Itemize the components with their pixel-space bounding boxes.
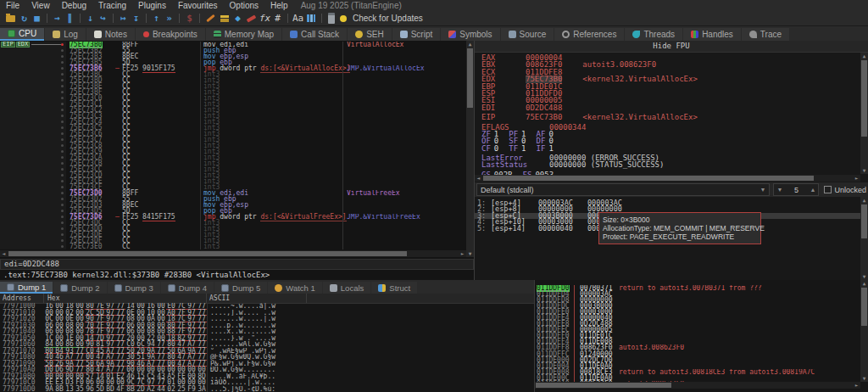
restart-icon[interactable]: ↻ <box>18 12 31 25</box>
run-icon[interactable]: → <box>51 12 64 25</box>
scroll-right-arrow-icon[interactable]: ► <box>459 250 466 257</box>
row-dot-icon[interactable] <box>61 115 64 117</box>
menu-file[interactable]: File <box>0 1 25 10</box>
update-bulb-icon[interactable] <box>340 15 347 22</box>
chevron-down-icon[interactable]: ▼ <box>776 187 782 193</box>
scroll-right-arrow-icon[interactable]: ► <box>853 382 860 389</box>
row-dot-icon[interactable] <box>61 210 64 212</box>
scroll-left-arrow-icon[interactable]: ◄ <box>475 175 482 182</box>
scroll-left-arrow-icon[interactable]: ◄ <box>0 250 8 257</box>
row-dot-icon[interactable] <box>61 192 64 194</box>
shortcuts-hash-icon[interactable]: # <box>271 12 284 25</box>
menu-help[interactable]: Help <box>264 1 294 10</box>
disasm-address[interactable]: 75EC73E0 <box>66 244 115 249</box>
row-dot-icon[interactable] <box>61 233 64 236</box>
preferences-fx-icon[interactable]: fx <box>259 12 271 25</box>
skip-next-icon[interactable]: » <box>163 12 175 25</box>
registers-vertical-scrollbar[interactable]: ▲ ▼ <box>860 53 868 174</box>
row-dot-icon[interactable] <box>61 97 64 99</box>
comments-icon[interactable] <box>220 15 229 22</box>
hide-fpu-button[interactable]: Hide FPU <box>475 41 868 53</box>
scroll-up-arrow-icon[interactable]: ▲ <box>860 280 868 287</box>
tab-call-stack[interactable]: Call Stack <box>282 28 347 41</box>
scroll-thumb[interactable] <box>467 48 473 108</box>
tab-breakpoints[interactable]: Breakpoints <box>136 28 205 41</box>
execute-till-return-icon[interactable]: ↦ <box>117 12 130 25</box>
row-dot-icon[interactable] <box>61 67 64 70</box>
menu-view[interactable]: View <box>25 1 56 10</box>
tab-seh[interactable]: SEH <box>348 28 392 41</box>
scroll-right-arrow-icon[interactable]: ► <box>853 175 860 182</box>
disasm-horizontal-scrollbar[interactable]: ◄ ► <box>0 250 466 257</box>
scroll-thumb[interactable] <box>861 204 867 238</box>
labels-icon[interactable]: ◆ <box>231 12 244 25</box>
tab-dump-1[interactable]: Dump 1 <box>0 282 53 294</box>
row-dot-icon[interactable] <box>61 79 64 81</box>
row-dot-icon[interactable] <box>61 144 64 147</box>
tab-dump-5[interactable]: Dump 5 <box>214 282 267 294</box>
menu-debug[interactable]: Debug <box>56 1 92 10</box>
step-into-icon[interactable]: ↓ <box>84 12 97 25</box>
scroll-thumb[interactable] <box>861 288 867 326</box>
scroll-thumb[interactable] <box>483 176 814 181</box>
tab-cpu[interactable]: CPU <box>0 28 44 41</box>
flags-row[interactable]: CF0TF1IF1 <box>481 145 860 152</box>
row-dot-icon[interactable] <box>61 204 64 206</box>
argument-row[interactable]: 1:[esp+4]000003AC000003AC <box>475 200 860 206</box>
tab-symbols[interactable]: Symbols <box>441 28 499 41</box>
row-dot-icon[interactable] <box>61 49 64 52</box>
disasm-vertical-scrollbar[interactable]: ▲ ▼ <box>466 41 474 257</box>
row-dot-icon[interactable] <box>61 61 64 64</box>
tab-script[interactable]: Script <box>392 28 441 41</box>
scroll-down-arrow-icon[interactable]: ▼ <box>466 250 474 257</box>
row-dot-icon[interactable] <box>61 138 64 141</box>
tab-dump-3[interactable]: Dump 3 <box>108 282 160 294</box>
menu-options[interactable]: Options <box>224 1 264 10</box>
calling-convention-select[interactable]: Default (stdcall) ▼ <box>476 183 770 196</box>
tab-trace[interactable]: Trace <box>742 28 789 41</box>
row-dot-icon[interactable] <box>61 126 64 129</box>
pause-icon[interactable]: ∥ <box>64 12 76 25</box>
tab-dump-4[interactable]: Dump 4 <box>161 282 214 294</box>
tab-threads[interactable]: Threads <box>625 28 682 41</box>
checkbox-box[interactable] <box>824 186 832 193</box>
menu-plugins[interactable]: Plugins <box>132 1 172 10</box>
tab-watch-1[interactable]: Watch 1 <box>268 282 322 294</box>
row-dot-icon[interactable] <box>61 73 64 76</box>
close-icon[interactable]: ■ <box>31 12 43 25</box>
row-dot-icon[interactable] <box>61 168 64 171</box>
status-register-row[interactable]: LastError00000000 (ERROR_SUCCESS) <box>481 154 860 161</box>
menu-tracing[interactable]: Tracing <box>92 1 132 10</box>
breakpoint-dot-icon[interactable] <box>61 43 64 46</box>
row-dot-icon[interactable] <box>61 198 64 200</box>
scroll-thumb[interactable] <box>536 383 671 388</box>
scroll-thumb[interactable] <box>861 60 867 137</box>
row-dot-icon[interactable] <box>61 55 64 58</box>
eraser-icon[interactable] <box>247 14 257 22</box>
row-dot-icon[interactable] <box>61 186 64 188</box>
scroll-down-arrow-icon[interactable]: ▼ <box>860 375 868 382</box>
appearance-font-icon[interactable]: Aa <box>292 12 304 25</box>
tab-memory-map[interactable]: Memory Map <box>206 28 281 41</box>
row-dot-icon[interactable] <box>61 180 64 182</box>
graph-icon[interactable] <box>307 14 315 22</box>
row-dot-icon[interactable] <box>61 109 64 111</box>
register-row[interactable]: EIP75EC73B0<kernel32.VirtualAllocEx> <box>481 114 860 120</box>
row-dot-icon[interactable] <box>61 120 64 123</box>
scroll-up-arrow-icon[interactable]: ▲ <box>860 197 868 204</box>
run-to-user-code-icon[interactable]: ↑ <box>150 12 163 25</box>
scroll-down-arrow-icon[interactable]: ▼ <box>860 167 868 174</box>
tab-notes[interactable]: Notes <box>86 28 135 41</box>
tab-handles[interactable]: Handles <box>683 28 741 41</box>
tab-locals[interactable]: Locals <box>323 282 370 294</box>
step-out-icon[interactable]: ↧ <box>130 12 142 25</box>
chevron-up-icon[interactable]: ▲ <box>810 187 816 193</box>
unlocked-checkbox[interactable]: Unlocked <box>824 186 866 194</box>
scroll-down-arrow-icon[interactable]: ▼ <box>860 273 868 280</box>
registers-horizontal-scrollbar[interactable]: ◄ ► <box>475 175 860 182</box>
row-dot-icon[interactable] <box>61 103 64 105</box>
stack-horizontal-scrollbar[interactable]: ► <box>535 382 860 389</box>
menu-favourites[interactable]: Favourites <box>172 1 224 10</box>
row-dot-icon[interactable] <box>61 150 64 153</box>
status-register-row[interactable]: LastStatus00000000 (STATUS_SUCCESS) <box>481 161 860 168</box>
